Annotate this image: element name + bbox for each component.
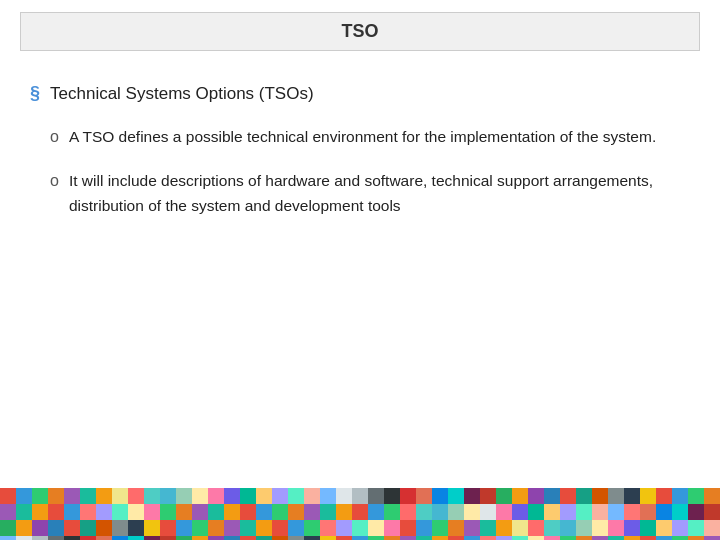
mosaic-cell <box>416 504 432 520</box>
mosaic-cell <box>368 520 384 536</box>
mosaic-cell <box>0 504 16 520</box>
mosaic-cell <box>448 488 464 504</box>
mosaic-cell <box>128 504 144 520</box>
mosaic-cell <box>432 488 448 504</box>
mosaic-cell <box>256 488 272 504</box>
mosaic-cell <box>336 504 352 520</box>
mosaic-cell <box>544 536 560 540</box>
mosaic-cell <box>16 488 32 504</box>
mosaic-cell <box>288 520 304 536</box>
mosaic-cell <box>672 536 688 540</box>
mosaic-cell <box>224 488 240 504</box>
mosaic-cell <box>384 504 400 520</box>
mosaic-cell <box>640 504 656 520</box>
mosaic-cell <box>208 488 224 504</box>
main-bullet-marker: § <box>30 83 40 104</box>
mosaic-cell <box>400 520 416 536</box>
mosaic-cell <box>160 488 176 504</box>
mosaic-cell <box>384 536 400 540</box>
mosaic-cell <box>64 536 80 540</box>
mosaic-cell <box>288 488 304 504</box>
mosaic-cell <box>16 536 32 540</box>
mosaic-cell <box>176 536 192 540</box>
mosaic-cell <box>496 488 512 504</box>
mosaic-cell <box>304 488 320 504</box>
mosaic-cell <box>320 520 336 536</box>
mosaic-cell <box>496 520 512 536</box>
mosaic-cell <box>288 504 304 520</box>
mosaic-cell <box>624 504 640 520</box>
mosaic-cell <box>144 536 160 540</box>
mosaic-cell <box>32 536 48 540</box>
mosaic-cell <box>336 488 352 504</box>
mosaic-cell <box>592 536 608 540</box>
mosaic-cell <box>464 504 480 520</box>
mosaic-cell <box>672 520 688 536</box>
mosaic-cell <box>608 536 624 540</box>
mosaic-cell <box>256 504 272 520</box>
mosaic-cell <box>464 488 480 504</box>
mosaic-cell <box>432 504 448 520</box>
mosaic-cell <box>160 504 176 520</box>
mosaic-cell <box>352 488 368 504</box>
mosaic-cell <box>688 504 704 520</box>
mosaic-cell <box>208 520 224 536</box>
mosaic-cell <box>432 520 448 536</box>
mosaic-cell <box>160 536 176 540</box>
mosaic-cell <box>272 536 288 540</box>
sub-bullet-2-marker: o <box>50 172 59 190</box>
mosaic-cell <box>688 520 704 536</box>
mosaic-cell <box>704 536 720 540</box>
mosaic-cell <box>368 488 384 504</box>
mosaic-cell <box>416 488 432 504</box>
mosaic-cell <box>0 520 16 536</box>
mosaic-cell <box>240 520 256 536</box>
mosaic-cell <box>368 536 384 540</box>
mosaic-cell <box>32 504 48 520</box>
mosaic-cell <box>496 536 512 540</box>
mosaic-cell <box>144 504 160 520</box>
mosaic-cell <box>192 488 208 504</box>
mosaic-cell <box>528 536 544 540</box>
mosaic-cell <box>480 488 496 504</box>
mosaic-cell <box>448 536 464 540</box>
mosaic-cell <box>576 504 592 520</box>
mosaic-cell <box>288 536 304 540</box>
mosaic-cell <box>352 504 368 520</box>
mosaic-cell <box>480 520 496 536</box>
mosaic-cell <box>336 520 352 536</box>
mosaic-cell <box>320 488 336 504</box>
mosaic-cell <box>96 504 112 520</box>
mosaic-cell <box>48 536 64 540</box>
mosaic-cell <box>576 488 592 504</box>
mosaic-cell <box>704 488 720 504</box>
mosaic-cell <box>32 520 48 536</box>
mosaic-cell <box>480 536 496 540</box>
bottom-mosaic <box>0 488 720 540</box>
mosaic-cell <box>112 536 128 540</box>
mosaic-cell <box>384 520 400 536</box>
mosaic-cell <box>400 504 416 520</box>
mosaic-cell <box>560 520 576 536</box>
mosaic-cell <box>272 504 288 520</box>
mosaic-cell <box>640 488 656 504</box>
mosaic-cell <box>256 536 272 540</box>
mosaic-cell <box>656 488 672 504</box>
mosaic-cell <box>224 504 240 520</box>
mosaic-cell <box>400 536 416 540</box>
mosaic-cell <box>192 520 208 536</box>
mosaic-cell <box>192 504 208 520</box>
mosaic-cell <box>656 520 672 536</box>
main-bullet: § Technical Systems Options (TSOs) <box>30 81 690 107</box>
mosaic-cell <box>560 488 576 504</box>
main-bullet-text: Technical Systems Options (TSOs) <box>50 81 314 107</box>
mosaic-cell <box>0 536 16 540</box>
mosaic-cell <box>160 520 176 536</box>
mosaic-cell <box>80 520 96 536</box>
mosaic-cell <box>336 536 352 540</box>
mosaic-cell <box>240 536 256 540</box>
mosaic-cell <box>624 520 640 536</box>
mosaic-cell <box>48 488 64 504</box>
mosaic-cell <box>176 504 192 520</box>
mosaic-cell <box>16 520 32 536</box>
